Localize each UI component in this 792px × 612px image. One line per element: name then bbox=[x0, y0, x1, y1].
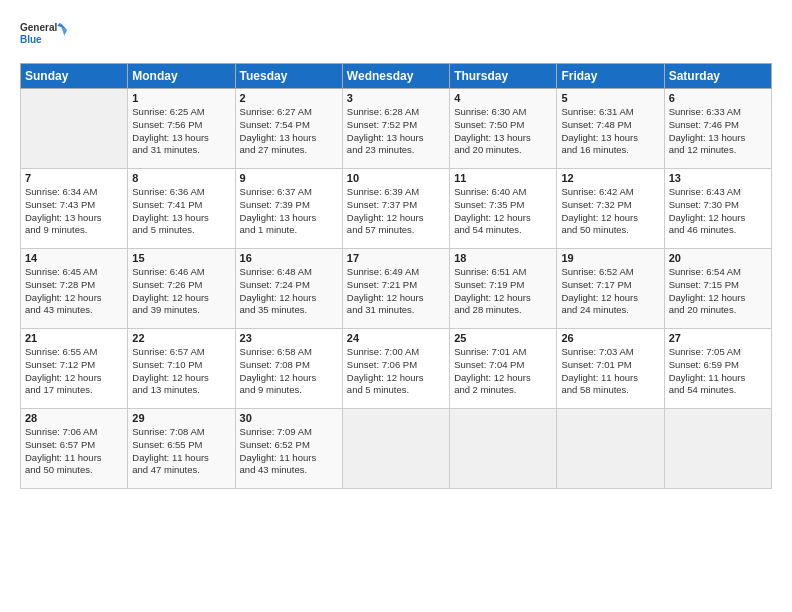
cell-text: Sunrise: 7:05 AM Sunset: 6:59 PM Dayligh… bbox=[669, 346, 767, 397]
calendar-cell: 17Sunrise: 6:49 AM Sunset: 7:21 PM Dayli… bbox=[342, 249, 449, 329]
calendar-cell: 6Sunrise: 6:33 AM Sunset: 7:46 PM Daylig… bbox=[664, 89, 771, 169]
day-number: 22 bbox=[132, 332, 230, 344]
calendar-cell bbox=[664, 409, 771, 489]
cell-text: Sunrise: 6:52 AM Sunset: 7:17 PM Dayligh… bbox=[561, 266, 659, 317]
calendar-week-row: 14Sunrise: 6:45 AM Sunset: 7:28 PM Dayli… bbox=[21, 249, 772, 329]
calendar-cell: 11Sunrise: 6:40 AM Sunset: 7:35 PM Dayli… bbox=[450, 169, 557, 249]
calendar-cell: 26Sunrise: 7:03 AM Sunset: 7:01 PM Dayli… bbox=[557, 329, 664, 409]
cell-text: Sunrise: 7:01 AM Sunset: 7:04 PM Dayligh… bbox=[454, 346, 552, 397]
calendar-week-row: 7Sunrise: 6:34 AM Sunset: 7:43 PM Daylig… bbox=[21, 169, 772, 249]
calendar-header-row: SundayMondayTuesdayWednesdayThursdayFrid… bbox=[21, 64, 772, 89]
day-header: Sunday bbox=[21, 64, 128, 89]
calendar-cell: 27Sunrise: 7:05 AM Sunset: 6:59 PM Dayli… bbox=[664, 329, 771, 409]
day-number: 15 bbox=[132, 252, 230, 264]
calendar-cell: 7Sunrise: 6:34 AM Sunset: 7:43 PM Daylig… bbox=[21, 169, 128, 249]
calendar-cell bbox=[557, 409, 664, 489]
calendar-table: SundayMondayTuesdayWednesdayThursdayFrid… bbox=[20, 63, 772, 489]
cell-text: Sunrise: 6:45 AM Sunset: 7:28 PM Dayligh… bbox=[25, 266, 123, 317]
calendar-cell: 12Sunrise: 6:42 AM Sunset: 7:32 PM Dayli… bbox=[557, 169, 664, 249]
cell-text: Sunrise: 6:27 AM Sunset: 7:54 PM Dayligh… bbox=[240, 106, 338, 157]
cell-text: Sunrise: 6:51 AM Sunset: 7:19 PM Dayligh… bbox=[454, 266, 552, 317]
day-number: 3 bbox=[347, 92, 445, 104]
calendar-cell: 1Sunrise: 6:25 AM Sunset: 7:56 PM Daylig… bbox=[128, 89, 235, 169]
day-number: 4 bbox=[454, 92, 552, 104]
day-number: 27 bbox=[669, 332, 767, 344]
day-number: 19 bbox=[561, 252, 659, 264]
day-number: 24 bbox=[347, 332, 445, 344]
calendar-cell: 15Sunrise: 6:46 AM Sunset: 7:26 PM Dayli… bbox=[128, 249, 235, 329]
logo-svg: General Blue bbox=[20, 15, 70, 55]
cell-text: Sunrise: 6:30 AM Sunset: 7:50 PM Dayligh… bbox=[454, 106, 552, 157]
cell-text: Sunrise: 6:54 AM Sunset: 7:15 PM Dayligh… bbox=[669, 266, 767, 317]
day-header: Monday bbox=[128, 64, 235, 89]
calendar-cell: 10Sunrise: 6:39 AM Sunset: 7:37 PM Dayli… bbox=[342, 169, 449, 249]
cell-text: Sunrise: 6:49 AM Sunset: 7:21 PM Dayligh… bbox=[347, 266, 445, 317]
cell-text: Sunrise: 7:06 AM Sunset: 6:57 PM Dayligh… bbox=[25, 426, 123, 477]
calendar-cell: 18Sunrise: 6:51 AM Sunset: 7:19 PM Dayli… bbox=[450, 249, 557, 329]
calendar-cell bbox=[21, 89, 128, 169]
calendar-cell bbox=[342, 409, 449, 489]
calendar-week-row: 28Sunrise: 7:06 AM Sunset: 6:57 PM Dayli… bbox=[21, 409, 772, 489]
calendar-cell: 30Sunrise: 7:09 AM Sunset: 6:52 PM Dayli… bbox=[235, 409, 342, 489]
calendar-cell: 8Sunrise: 6:36 AM Sunset: 7:41 PM Daylig… bbox=[128, 169, 235, 249]
calendar-cell: 4Sunrise: 6:30 AM Sunset: 7:50 PM Daylig… bbox=[450, 89, 557, 169]
cell-text: Sunrise: 6:36 AM Sunset: 7:41 PM Dayligh… bbox=[132, 186, 230, 237]
calendar-cell: 19Sunrise: 6:52 AM Sunset: 7:17 PM Dayli… bbox=[557, 249, 664, 329]
calendar-cell: 23Sunrise: 6:58 AM Sunset: 7:08 PM Dayli… bbox=[235, 329, 342, 409]
cell-text: Sunrise: 6:55 AM Sunset: 7:12 PM Dayligh… bbox=[25, 346, 123, 397]
logo: General Blue bbox=[20, 15, 70, 55]
calendar-cell: 13Sunrise: 6:43 AM Sunset: 7:30 PM Dayli… bbox=[664, 169, 771, 249]
day-number: 2 bbox=[240, 92, 338, 104]
day-number: 7 bbox=[25, 172, 123, 184]
cell-text: Sunrise: 6:57 AM Sunset: 7:10 PM Dayligh… bbox=[132, 346, 230, 397]
day-number: 20 bbox=[669, 252, 767, 264]
day-number: 6 bbox=[669, 92, 767, 104]
calendar-cell: 21Sunrise: 6:55 AM Sunset: 7:12 PM Dayli… bbox=[21, 329, 128, 409]
cell-text: Sunrise: 6:33 AM Sunset: 7:46 PM Dayligh… bbox=[669, 106, 767, 157]
day-number: 26 bbox=[561, 332, 659, 344]
day-number: 18 bbox=[454, 252, 552, 264]
cell-text: Sunrise: 7:09 AM Sunset: 6:52 PM Dayligh… bbox=[240, 426, 338, 477]
calendar-cell: 9Sunrise: 6:37 AM Sunset: 7:39 PM Daylig… bbox=[235, 169, 342, 249]
cell-text: Sunrise: 6:43 AM Sunset: 7:30 PM Dayligh… bbox=[669, 186, 767, 237]
cell-text: Sunrise: 6:46 AM Sunset: 7:26 PM Dayligh… bbox=[132, 266, 230, 317]
cell-text: Sunrise: 6:25 AM Sunset: 7:56 PM Dayligh… bbox=[132, 106, 230, 157]
cell-text: Sunrise: 6:34 AM Sunset: 7:43 PM Dayligh… bbox=[25, 186, 123, 237]
calendar-cell: 14Sunrise: 6:45 AM Sunset: 7:28 PM Dayli… bbox=[21, 249, 128, 329]
day-number: 1 bbox=[132, 92, 230, 104]
calendar-cell: 29Sunrise: 7:08 AM Sunset: 6:55 PM Dayli… bbox=[128, 409, 235, 489]
day-number: 10 bbox=[347, 172, 445, 184]
cell-text: Sunrise: 6:31 AM Sunset: 7:48 PM Dayligh… bbox=[561, 106, 659, 157]
cell-text: Sunrise: 6:28 AM Sunset: 7:52 PM Dayligh… bbox=[347, 106, 445, 157]
cell-text: Sunrise: 7:08 AM Sunset: 6:55 PM Dayligh… bbox=[132, 426, 230, 477]
calendar-cell: 25Sunrise: 7:01 AM Sunset: 7:04 PM Dayli… bbox=[450, 329, 557, 409]
page-header: General Blue bbox=[20, 15, 772, 55]
calendar-cell: 16Sunrise: 6:48 AM Sunset: 7:24 PM Dayli… bbox=[235, 249, 342, 329]
day-number: 29 bbox=[132, 412, 230, 424]
day-header: Tuesday bbox=[235, 64, 342, 89]
svg-text:Blue: Blue bbox=[20, 34, 42, 45]
cell-text: Sunrise: 6:42 AM Sunset: 7:32 PM Dayligh… bbox=[561, 186, 659, 237]
day-number: 28 bbox=[25, 412, 123, 424]
day-header: Thursday bbox=[450, 64, 557, 89]
calendar-week-row: 1Sunrise: 6:25 AM Sunset: 7:56 PM Daylig… bbox=[21, 89, 772, 169]
calendar-cell: 24Sunrise: 7:00 AM Sunset: 7:06 PM Dayli… bbox=[342, 329, 449, 409]
svg-text:General: General bbox=[20, 22, 57, 33]
day-number: 11 bbox=[454, 172, 552, 184]
cell-text: Sunrise: 6:40 AM Sunset: 7:35 PM Dayligh… bbox=[454, 186, 552, 237]
cell-text: Sunrise: 7:00 AM Sunset: 7:06 PM Dayligh… bbox=[347, 346, 445, 397]
day-number: 25 bbox=[454, 332, 552, 344]
cell-text: Sunrise: 6:37 AM Sunset: 7:39 PM Dayligh… bbox=[240, 186, 338, 237]
day-number: 14 bbox=[25, 252, 123, 264]
calendar-cell: 3Sunrise: 6:28 AM Sunset: 7:52 PM Daylig… bbox=[342, 89, 449, 169]
calendar-week-row: 21Sunrise: 6:55 AM Sunset: 7:12 PM Dayli… bbox=[21, 329, 772, 409]
cell-text: Sunrise: 6:48 AM Sunset: 7:24 PM Dayligh… bbox=[240, 266, 338, 317]
cell-text: Sunrise: 7:03 AM Sunset: 7:01 PM Dayligh… bbox=[561, 346, 659, 397]
cell-text: Sunrise: 6:39 AM Sunset: 7:37 PM Dayligh… bbox=[347, 186, 445, 237]
day-number: 9 bbox=[240, 172, 338, 184]
day-header: Saturday bbox=[664, 64, 771, 89]
day-header: Friday bbox=[557, 64, 664, 89]
day-header: Wednesday bbox=[342, 64, 449, 89]
day-number: 16 bbox=[240, 252, 338, 264]
calendar-cell: 22Sunrise: 6:57 AM Sunset: 7:10 PM Dayli… bbox=[128, 329, 235, 409]
